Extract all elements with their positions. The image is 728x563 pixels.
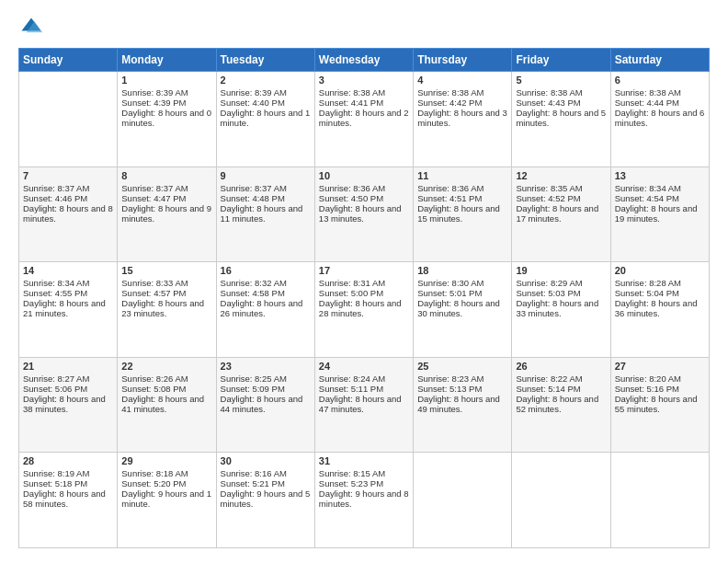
daylight-text: Daylight: 8 hours and 6 minutes. <box>615 108 705 128</box>
sunset-text: Sunset: 4:54 PM <box>615 193 705 203</box>
sunrise-text: Sunrise: 8:32 AM <box>221 278 311 288</box>
sunrise-text: Sunrise: 8:31 AM <box>319 278 409 288</box>
sunrise-text: Sunrise: 8:20 AM <box>615 373 705 384</box>
sunrise-text: Sunrise: 8:37 AM <box>221 183 311 193</box>
sunrise-text: Sunrise: 8:22 AM <box>516 373 606 384</box>
daylight-text: Daylight: 8 hours and 5 minutes. <box>516 108 606 128</box>
sunset-text: Sunset: 5:06 PM <box>23 384 113 394</box>
sunset-text: Sunset: 5:00 PM <box>319 288 409 298</box>
calendar-cell: 27Sunrise: 8:20 AMSunset: 5:16 PMDayligh… <box>610 357 709 453</box>
daylight-text: Daylight: 8 hours and 11 minutes. <box>221 203 311 224</box>
sunset-text: Sunset: 5:03 PM <box>516 288 606 298</box>
calendar-cell: 22Sunrise: 8:26 AMSunset: 5:08 PMDayligh… <box>118 357 216 453</box>
day-number: 3 <box>319 75 409 86</box>
sunrise-text: Sunrise: 8:38 AM <box>615 87 705 98</box>
sunset-text: Sunset: 4:47 PM <box>121 193 211 203</box>
daylight-text: Daylight: 8 hours and 13 minutes. <box>319 203 409 224</box>
calendar-cell: 13Sunrise: 8:34 AMSunset: 4:54 PMDayligh… <box>610 167 709 262</box>
sunrise-text: Sunrise: 8:38 AM <box>417 87 507 98</box>
sunset-text: Sunset: 4:42 PM <box>417 98 507 108</box>
sunrise-text: Sunrise: 8:18 AM <box>121 468 211 478</box>
calendar-cell: 18Sunrise: 8:30 AMSunset: 5:01 PMDayligh… <box>414 262 512 358</box>
sunrise-text: Sunrise: 8:39 AM <box>121 87 211 98</box>
logo-icon <box>18 15 44 40</box>
calendar-cell: 16Sunrise: 8:32 AMSunset: 4:58 PMDayligh… <box>216 262 314 358</box>
day-number: 15 <box>121 265 211 276</box>
calendar-cell: 10Sunrise: 8:36 AMSunset: 4:50 PMDayligh… <box>314 167 413 262</box>
calendar-cell: 1Sunrise: 8:39 AMSunset: 4:39 PMDaylight… <box>118 72 216 167</box>
sunrise-text: Sunrise: 8:36 AM <box>319 183 409 193</box>
sunrise-text: Sunrise: 8:34 AM <box>615 183 705 193</box>
calendar-cell: 20Sunrise: 8:28 AMSunset: 5:04 PMDayligh… <box>610 262 709 358</box>
calendar-cell: 29Sunrise: 8:18 AMSunset: 5:20 PMDayligh… <box>118 453 216 548</box>
daylight-text: Daylight: 8 hours and 41 minutes. <box>121 394 211 414</box>
calendar-cell: 7Sunrise: 8:37 AMSunset: 4:46 PMDaylight… <box>19 167 118 262</box>
sunrise-text: Sunrise: 8:37 AM <box>121 183 211 193</box>
daylight-text: Daylight: 8 hours and 55 minutes. <box>615 394 705 414</box>
day-number: 5 <box>516 75 606 86</box>
day-number: 9 <box>221 170 311 181</box>
daylight-text: Daylight: 8 hours and 52 minutes. <box>516 394 606 414</box>
daylight-text: Daylight: 8 hours and 21 minutes. <box>23 298 113 318</box>
sunset-text: Sunset: 5:21 PM <box>221 478 311 488</box>
sunrise-text: Sunrise: 8:33 AM <box>121 278 211 288</box>
daylight-text: Daylight: 8 hours and 8 minutes. <box>23 203 113 224</box>
weekday-header: Tuesday <box>216 49 314 72</box>
day-number: 29 <box>121 455 211 466</box>
day-number: 1 <box>121 75 211 86</box>
sunset-text: Sunset: 5:11 PM <box>319 384 409 394</box>
daylight-text: Daylight: 8 hours and 47 minutes. <box>319 394 409 414</box>
day-number: 16 <box>221 265 311 276</box>
daylight-text: Daylight: 8 hours and 19 minutes. <box>615 203 705 224</box>
daylight-text: Daylight: 9 hours and 8 minutes. <box>319 488 409 509</box>
day-number: 27 <box>615 361 705 372</box>
calendar-cell: 30Sunrise: 8:16 AMSunset: 5:21 PMDayligh… <box>216 453 314 548</box>
sunrise-text: Sunrise: 8:34 AM <box>23 278 113 288</box>
page-header <box>18 15 710 40</box>
calendar-cell: 17Sunrise: 8:31 AMSunset: 5:00 PMDayligh… <box>314 262 413 358</box>
sunset-text: Sunset: 4:39 PM <box>121 98 211 108</box>
daylight-text: Daylight: 8 hours and 9 minutes. <box>121 203 211 224</box>
calendar-cell: 4Sunrise: 8:38 AMSunset: 4:42 PMDaylight… <box>414 72 512 167</box>
day-number: 31 <box>319 455 409 466</box>
sunset-text: Sunset: 5:14 PM <box>516 384 606 394</box>
sunset-text: Sunset: 5:01 PM <box>417 288 507 298</box>
calendar: SundayMondayTuesdayWednesdayThursdayFrid… <box>18 48 710 548</box>
day-number: 13 <box>615 170 705 181</box>
calendar-cell: 25Sunrise: 8:23 AMSunset: 5:13 PMDayligh… <box>414 357 512 453</box>
daylight-text: Daylight: 8 hours and 2 minutes. <box>319 108 409 128</box>
daylight-text: Daylight: 8 hours and 0 minutes. <box>121 108 211 128</box>
sunset-text: Sunset: 4:43 PM <box>516 98 606 108</box>
sunset-text: Sunset: 5:08 PM <box>121 384 211 394</box>
day-number: 6 <box>615 75 705 86</box>
sunrise-text: Sunrise: 8:25 AM <box>221 373 311 384</box>
sunset-text: Sunset: 4:57 PM <box>121 288 211 298</box>
sunrise-text: Sunrise: 8:29 AM <box>516 278 606 288</box>
day-number: 24 <box>319 361 409 372</box>
weekday-header: Friday <box>512 49 610 72</box>
day-number: 19 <box>516 265 606 276</box>
calendar-cell: 3Sunrise: 8:38 AMSunset: 4:41 PMDaylight… <box>314 72 413 167</box>
calendar-cell: 24Sunrise: 8:24 AMSunset: 5:11 PMDayligh… <box>314 357 413 453</box>
daylight-text: Daylight: 8 hours and 38 minutes. <box>23 394 113 414</box>
day-number: 14 <box>23 265 113 276</box>
day-number: 2 <box>221 75 311 86</box>
logo <box>18 15 48 40</box>
sunset-text: Sunset: 5:18 PM <box>23 478 113 488</box>
calendar-cell: 2Sunrise: 8:39 AMSunset: 4:40 PMDaylight… <box>216 72 314 167</box>
sunrise-text: Sunrise: 8:35 AM <box>516 183 606 193</box>
calendar-cell: 11Sunrise: 8:36 AMSunset: 4:51 PMDayligh… <box>414 167 512 262</box>
calendar-cell <box>414 453 512 548</box>
sunrise-text: Sunrise: 8:39 AM <box>221 87 311 98</box>
calendar-cell: 28Sunrise: 8:19 AMSunset: 5:18 PMDayligh… <box>19 453 118 548</box>
sunrise-text: Sunrise: 8:28 AM <box>615 278 705 288</box>
daylight-text: Daylight: 8 hours and 23 minutes. <box>121 298 211 318</box>
sunrise-text: Sunrise: 8:16 AM <box>221 468 311 478</box>
day-number: 10 <box>319 170 409 181</box>
weekday-header: Sunday <box>19 49 118 72</box>
weekday-header: Monday <box>118 49 216 72</box>
daylight-text: Daylight: 8 hours and 44 minutes. <box>221 394 311 414</box>
weekday-header: Thursday <box>414 49 512 72</box>
calendar-cell <box>512 453 610 548</box>
calendar-cell: 23Sunrise: 8:25 AMSunset: 5:09 PMDayligh… <box>216 357 314 453</box>
